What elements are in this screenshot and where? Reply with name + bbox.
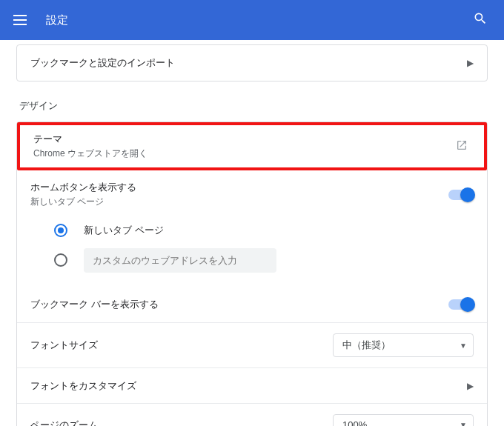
theme-sublabel: Chrome ウェブストアを開く <box>33 147 147 160</box>
font-size-row: フォントサイズ 中（推奨） ▼ <box>17 322 487 367</box>
open-external-icon <box>456 139 471 153</box>
chevron-right-icon: ▶ <box>467 381 474 391</box>
home-button-toggle[interactable] <box>448 190 474 200</box>
app-toolbar: 設定 <box>0 0 504 40</box>
caret-down-icon: ▼ <box>460 342 467 350</box>
radio-icon <box>54 253 67 267</box>
custom-url-input[interactable] <box>84 248 276 273</box>
import-bookmarks-label: ブックマークと設定のインポート <box>30 56 175 70</box>
search-icon[interactable] <box>473 11 491 29</box>
home-button-label: ホームボタンを表示する <box>30 181 136 194</box>
font-size-select[interactable]: 中（推奨） ▼ <box>333 333 474 357</box>
home-button-radio-group: 新しいタブ ページ <box>17 211 487 287</box>
page-zoom-label: ページのズーム <box>30 419 98 427</box>
design-settings-card: テーマ Chrome ウェブストアを開く ホームボタンを表示する 新しいタブ ペ… <box>16 122 488 426</box>
font-customize-row[interactable]: フォントをカスタマイズ ▶ <box>17 367 487 403</box>
page-zoom-select[interactable]: 100% ▼ <box>333 414 474 426</box>
font-customize-label: フォントをカスタマイズ <box>30 379 136 393</box>
menu-icon[interactable] <box>13 11 31 29</box>
caret-down-icon: ▼ <box>460 421 467 426</box>
radio-icon <box>54 224 67 237</box>
home-button-row: ホームボタンを表示する 新しいタブ ページ <box>17 170 487 211</box>
theme-label: テーマ <box>33 133 147 146</box>
bookmarks-bar-label: ブックマーク バーを表示する <box>30 298 159 311</box>
bookmarks-bar-toggle[interactable] <box>448 299 474 310</box>
radio-new-tab-label: 新しいタブ ページ <box>84 224 164 237</box>
font-size-value: 中（推奨） <box>342 339 391 352</box>
theme-row[interactable]: テーマ Chrome ウェブストアを開く <box>17 122 487 170</box>
radio-custom-url[interactable] <box>54 245 474 275</box>
page-title: 設定 <box>46 13 68 27</box>
page-zoom-row: ページのズーム 100% ▼ <box>17 403 487 426</box>
import-bookmarks-row[interactable]: ブックマークと設定のインポート ▶ <box>17 45 487 81</box>
font-size-label: フォントサイズ <box>30 339 98 352</box>
chevron-right-icon: ▶ <box>467 58 474 68</box>
home-button-sublabel: 新しいタブ ページ <box>30 196 136 208</box>
import-bookmarks-card: ブックマークと設定のインポート ▶ <box>16 44 488 81</box>
page-zoom-value: 100% <box>342 419 367 426</box>
radio-new-tab[interactable]: 新しいタブ ページ <box>54 216 474 245</box>
section-heading-design: デザイン <box>16 81 488 122</box>
bookmarks-bar-row: ブックマーク バーを表示する <box>17 287 487 322</box>
